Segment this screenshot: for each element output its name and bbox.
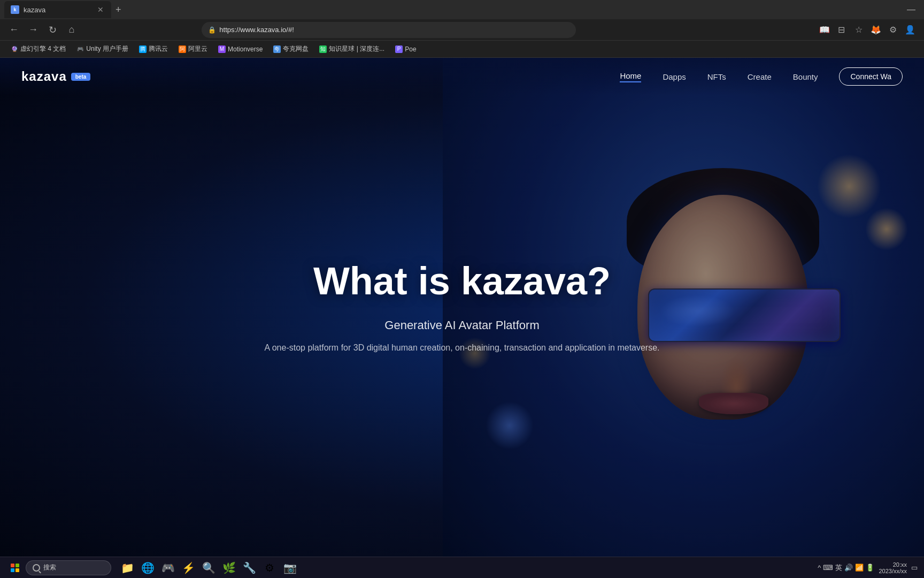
- bookmark-label-unity: Unity 用户手册: [86, 44, 128, 54]
- tab-close-button[interactable]: ✕: [96, 4, 105, 15]
- nav-dapps[interactable]: Dapps: [663, 72, 686, 81]
- app9-icon: 📷: [283, 561, 297, 574]
- start-icon-sq-4: [16, 568, 19, 572]
- start-icon-sq-2: [16, 564, 19, 567]
- connect-wallet-button[interactable]: Connect Wa: [839, 67, 903, 86]
- taskbar-app9[interactable]: 📷: [280, 558, 299, 577]
- taskbar-app8[interactable]: ⚙: [260, 558, 279, 577]
- windows-taskbar: 搜索 📁 🌐 🎮 ⚡ 🔍 🌿 🔧 ⚙ 📷 ^: [0, 557, 924, 578]
- bookmark-quark[interactable]: 夸 夸克网盘: [269, 42, 313, 56]
- bookmark-favicon-zhishi: 知: [319, 45, 327, 53]
- clock-date: 2023/xx/xx: [879, 568, 907, 574]
- file-explorer-icon: 📁: [121, 561, 134, 574]
- bookmark-label-poe: Poe: [405, 45, 416, 53]
- bookmark-favicon-tencent: 腾: [139, 45, 147, 53]
- taskbar-epic[interactable]: ⚡: [179, 558, 198, 577]
- beta-badge: beta: [71, 73, 91, 81]
- show-desktop-button[interactable]: ▭: [911, 564, 918, 572]
- bookmarks-bar: 🔮 虚幻引擎 4 文档 🎮 Unity 用户手册 腾 腾讯云 阿 阿里云 M M…: [0, 41, 924, 58]
- taskbar-app6[interactable]: 🌿: [219, 558, 238, 577]
- bookmark-button[interactable]: ☆: [851, 22, 866, 37]
- tab-title: kazava: [24, 6, 92, 14]
- url-display: https://www.kazava.io/#!: [219, 26, 294, 34]
- app8-icon: ⚙: [265, 561, 274, 574]
- bookmark-zhishixingqiu[interactable]: 知 知识星球 | 深度连...: [315, 42, 389, 56]
- bookmark-label-motionverse: Motionverse: [228, 45, 263, 53]
- address-box[interactable]: 🔒 https://www.kazava.io/#!: [202, 22, 576, 38]
- bookmark-motionverse[interactable]: M Motionverse: [214, 43, 267, 55]
- minimize-button[interactable]: —: [903, 3, 920, 17]
- bookmark-favicon-aliyun: 阿: [179, 45, 186, 53]
- start-icon-sq-1: [11, 564, 14, 567]
- tab-favicon: k: [11, 5, 19, 14]
- volume-icon[interactable]: 🔊: [844, 564, 853, 572]
- taskbar-search[interactable]: 搜索: [26, 560, 111, 575]
- bookmark-unreal[interactable]: 🔮 虚幻引擎 4 文档: [6, 42, 70, 56]
- profile-button[interactable]: 👤: [903, 22, 918, 37]
- taskbar-app7[interactable]: 🔧: [240, 558, 259, 577]
- nav-bounty[interactable]: Bounty: [793, 72, 818, 81]
- search-icon: [33, 564, 40, 572]
- clock-time: 20:xx: [879, 561, 907, 568]
- hero-title: What is kazava?: [221, 260, 703, 302]
- tab-bar: k kazava ✕ + —: [0, 0, 924, 19]
- start-button[interactable]: [6, 559, 24, 576]
- language-indicator[interactable]: 英: [835, 563, 842, 573]
- bookmark-label-unreal: 虚幻引擎 4 文档: [20, 44, 66, 54]
- steam-icon: 🎮: [161, 561, 175, 574]
- taskbar-search-label: 搜索: [43, 563, 56, 572]
- app7-icon: 🔧: [243, 561, 256, 574]
- refresh-button[interactable]: ↻: [45, 22, 60, 37]
- app6-icon: 🌿: [222, 561, 236, 574]
- taskbar-file-explorer[interactable]: 📁: [118, 558, 137, 577]
- reader-mode-button[interactable]: 📖: [817, 22, 832, 37]
- bookmark-label-aliyun: 阿里云: [188, 44, 207, 54]
- home-button[interactable]: ⌂: [64, 22, 79, 37]
- bookmark-favicon-quark: 夸: [273, 45, 281, 53]
- bookmark-label-tencent: 腾讯云: [149, 44, 168, 54]
- site-logo[interactable]: kazava beta: [21, 69, 90, 84]
- forward-button[interactable]: →: [26, 22, 41, 37]
- bookmark-poe[interactable]: P Poe: [391, 43, 420, 55]
- bookmark-tencent[interactable]: 腾 腾讯云: [135, 42, 172, 56]
- bookmark-unity[interactable]: 🎮 Unity 用户手册: [72, 42, 133, 56]
- bookmark-favicon-poe: P: [395, 45, 403, 53]
- split-view-button[interactable]: ⊟: [834, 22, 849, 37]
- new-tab-button[interactable]: +: [111, 4, 126, 16]
- logo-text: kazava: [21, 69, 67, 84]
- bookmark-aliyun[interactable]: 阿 阿里云: [174, 42, 212, 56]
- bookmark-label-quark: 夸克网盘: [283, 44, 309, 54]
- ssl-lock-icon: 🔒: [208, 26, 216, 34]
- taskbar-edge[interactable]: 🌐: [138, 558, 157, 577]
- battery-icon[interactable]: 🔋: [866, 564, 874, 572]
- network-icon[interactable]: 📶: [855, 564, 864, 572]
- show-hidden-icons[interactable]: ^: [818, 564, 821, 572]
- hero-subtitle: Generative AI Avatar Platform: [221, 318, 703, 332]
- nav-links: Home Dapps NFTs Create Bounty Connect Wa: [620, 67, 903, 86]
- windows-logo-icon: [11, 564, 19, 572]
- taskbar-clock[interactable]: 20:xx 2023/xx/xx: [879, 561, 907, 574]
- hero-description: A one-stop platform for 3D digital human…: [248, 341, 676, 355]
- keyboard-icon[interactable]: ⌨: [823, 564, 833, 572]
- nav-nfts[interactable]: NFTs: [707, 72, 726, 81]
- nav-home[interactable]: Home: [620, 71, 641, 82]
- magnifier-icon: 🔍: [202, 561, 215, 574]
- edge-icon: 🌐: [141, 561, 155, 574]
- taskbar-steam[interactable]: 🎮: [158, 558, 178, 577]
- tabs-container: k kazava ✕ +: [4, 0, 126, 19]
- bookmark-favicon-unity: 🎮: [76, 45, 84, 53]
- window-controls: —: [903, 3, 920, 17]
- browser-actions: 📖 ⊟ ☆ 🦊 ⚙ 👤: [817, 22, 918, 37]
- active-tab[interactable]: k kazava ✕: [4, 1, 111, 18]
- back-button[interactable]: ←: [6, 22, 21, 37]
- firefox-button[interactable]: 🦊: [868, 22, 883, 37]
- start-icon-sq-3: [11, 568, 14, 572]
- system-tray-icons: ^ ⌨ 英 🔊 📶 🔋: [818, 563, 874, 573]
- nav-create[interactable]: Create: [748, 72, 772, 81]
- address-bar-row: ← → ↻ ⌂ 🔒 https://www.kazava.io/#! 📖 ⊟ ☆…: [0, 19, 924, 41]
- extensions-button[interactable]: ⚙: [886, 22, 900, 37]
- taskbar-magnifier[interactable]: 🔍: [199, 558, 218, 577]
- website-content: kazava beta Home Dapps NFTs Create Bount…: [0, 58, 924, 557]
- bookmark-label-zhishi: 知识星球 | 深度连...: [329, 44, 384, 54]
- bookmark-favicon-motionverse: M: [218, 45, 226, 53]
